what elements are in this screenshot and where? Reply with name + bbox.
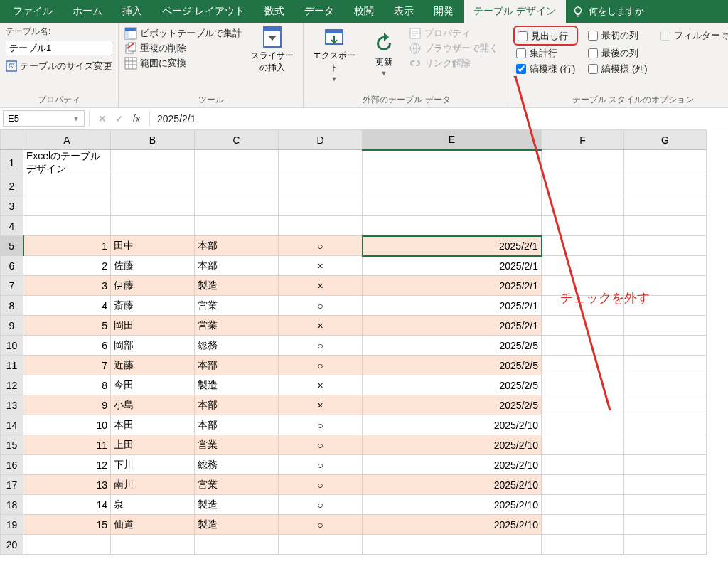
cell-A5[interactable]: 1 xyxy=(23,236,111,256)
tab-data[interactable]: データ xyxy=(294,0,344,23)
cell-A13[interactable]: 9 xyxy=(23,395,111,415)
row-header-13[interactable]: 13 xyxy=(1,395,23,415)
row-header-3[interactable]: 3 xyxy=(1,196,23,216)
cell-C3[interactable] xyxy=(195,196,279,216)
cell-D18[interactable]: ○ xyxy=(279,495,363,515)
cell-B11[interactable]: 近藤 xyxy=(111,356,195,375)
row-header-17[interactable]: 17 xyxy=(1,475,23,495)
cell-B15[interactable]: 上田 xyxy=(111,435,195,455)
cell-G4[interactable] xyxy=(624,216,707,236)
cell-D8[interactable]: ○ xyxy=(279,296,363,316)
cell-D6[interactable]: × xyxy=(279,256,363,276)
cell-G2[interactable] xyxy=(624,176,707,196)
cell-D14[interactable]: ○ xyxy=(279,415,363,435)
cell-G12[interactable] xyxy=(624,375,707,395)
cell-A2[interactable] xyxy=(23,176,111,196)
cell-F5[interactable] xyxy=(542,236,624,256)
cell-A6[interactable]: 2 xyxy=(23,256,111,276)
cell-C7[interactable]: 製造 xyxy=(195,276,279,296)
cell-A14[interactable]: 10 xyxy=(23,415,111,435)
cell-G13[interactable] xyxy=(624,395,707,415)
enter-formula-button[interactable]: ✓ xyxy=(111,113,128,124)
cell-C15[interactable]: 営業 xyxy=(195,435,279,455)
cell-A7[interactable]: 3 xyxy=(23,276,111,296)
cell-F20[interactable] xyxy=(542,535,624,555)
cancel-formula-button[interactable]: ✕ xyxy=(94,113,111,124)
cell-G16[interactable] xyxy=(624,455,707,475)
cell-C2[interactable] xyxy=(195,176,279,196)
cell-C14[interactable]: 本部 xyxy=(195,415,279,435)
formula-input[interactable]: 2025/2/1 xyxy=(151,111,728,127)
tell-me[interactable]: 何をしますか xyxy=(566,5,650,18)
total-row-checkbox[interactable]: 集計行 xyxy=(516,47,575,60)
cell-G1[interactable] xyxy=(624,150,707,176)
row-header-9[interactable]: 9 xyxy=(1,316,23,336)
cell-F19[interactable] xyxy=(542,515,624,535)
cell-C18[interactable]: 製造 xyxy=(195,495,279,515)
cell-G19[interactable] xyxy=(624,515,707,535)
first-col-checkbox[interactable]: 最初の列 xyxy=(588,27,647,44)
cell-A10[interactable]: 6 xyxy=(23,336,111,356)
cell-B17[interactable]: 南川 xyxy=(111,475,195,495)
cell-C10[interactable]: 総務 xyxy=(195,336,279,356)
cell-E15[interactable]: 2025/2/10 xyxy=(363,435,542,455)
cell-D19[interactable]: ○ xyxy=(279,515,363,535)
cell-C6[interactable]: 本部 xyxy=(195,256,279,276)
cell-G5[interactable] xyxy=(624,236,707,256)
cell-F18[interactable] xyxy=(542,495,624,515)
cell-B14[interactable]: 本田 xyxy=(111,415,195,435)
cell-C16[interactable]: 総務 xyxy=(195,455,279,475)
cell-F15[interactable] xyxy=(542,435,624,455)
cell-E19[interactable]: 2025/2/10 xyxy=(363,515,542,535)
select-all-corner[interactable] xyxy=(1,130,23,150)
cell-E14[interactable]: 2025/2/10 xyxy=(363,415,542,435)
cell-D1[interactable] xyxy=(279,150,363,176)
cell-E18[interactable]: 2025/2/10 xyxy=(363,495,542,515)
cell-D17[interactable]: ○ xyxy=(279,475,363,495)
cell-G20[interactable] xyxy=(624,535,707,555)
cell-E3[interactable] xyxy=(363,196,542,216)
cell-A19[interactable]: 15 xyxy=(23,515,111,535)
cell-B1[interactable] xyxy=(111,150,195,176)
row-header-16[interactable]: 16 xyxy=(1,455,23,475)
cell-B12[interactable]: 今田 xyxy=(111,375,195,395)
cell-F4[interactable] xyxy=(542,216,624,236)
cell-E16[interactable]: 2025/2/10 xyxy=(363,455,542,475)
tab-tabledesign[interactable]: テーブル デザイン xyxy=(464,0,566,23)
cell-D2[interactable] xyxy=(279,176,363,196)
cell-F16[interactable] xyxy=(542,455,624,475)
cell-D5[interactable]: ○ xyxy=(279,236,363,256)
cell-D10[interactable]: ○ xyxy=(279,336,363,356)
col-header-G[interactable]: G xyxy=(624,130,707,150)
row-header-15[interactable]: 15 xyxy=(1,435,23,455)
checkbox-icon[interactable] xyxy=(516,48,526,58)
cell-D16[interactable]: ○ xyxy=(279,455,363,475)
col-header-F[interactable]: F xyxy=(542,130,624,150)
cell-G15[interactable] xyxy=(624,435,707,455)
cell-G11[interactable] xyxy=(624,356,707,375)
slicer-button[interactable]: スライサーの挿入 xyxy=(247,26,297,74)
cell-D4[interactable] xyxy=(279,216,363,236)
cell-A17[interactable]: 13 xyxy=(23,475,111,495)
cell-F3[interactable] xyxy=(542,196,624,216)
cell-E6[interactable]: 2025/2/1 xyxy=(363,256,542,276)
tab-home[interactable]: ホーム xyxy=(63,0,112,23)
cell-D3[interactable] xyxy=(279,196,363,216)
cell-A11[interactable]: 7 xyxy=(23,356,111,375)
cell-E7[interactable]: 2025/2/1 xyxy=(363,276,542,296)
cell-E10[interactable]: 2025/2/5 xyxy=(363,336,542,356)
col-header-E[interactable]: E xyxy=(363,130,542,150)
cell-D11[interactable]: ○ xyxy=(279,356,363,375)
cell-D20[interactable] xyxy=(279,535,363,555)
cell-F2[interactable] xyxy=(542,176,624,196)
cell-B2[interactable] xyxy=(111,176,195,196)
cell-D7[interactable]: × xyxy=(279,276,363,296)
cell-E20[interactable] xyxy=(363,535,542,555)
cell-A16[interactable]: 12 xyxy=(23,455,111,475)
cell-C1[interactable] xyxy=(195,150,279,176)
checkbox-icon[interactable] xyxy=(588,31,598,41)
tab-file[interactable]: ファイル xyxy=(3,0,63,23)
cell-E17[interactable]: 2025/2/10 xyxy=(363,475,542,495)
cell-F13[interactable] xyxy=(542,395,624,415)
cell-C17[interactable]: 営業 xyxy=(195,475,279,495)
